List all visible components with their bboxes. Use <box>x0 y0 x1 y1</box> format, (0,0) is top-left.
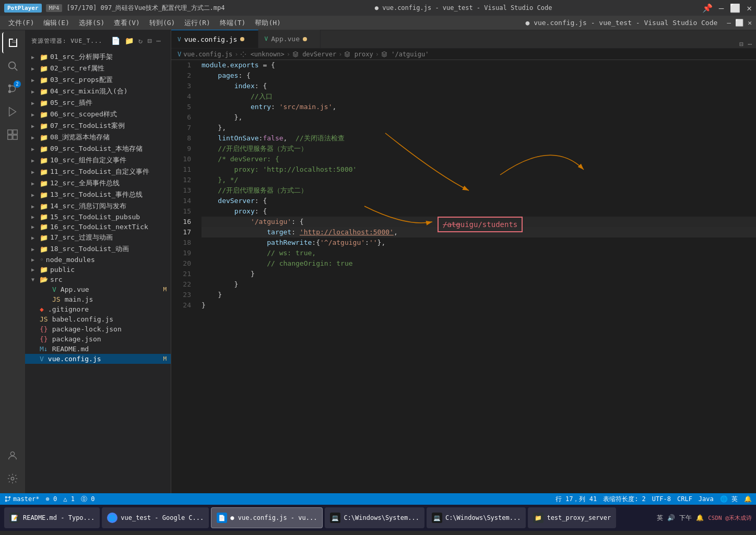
breadcrumb-unknown[interactable]: <unknown> <box>240 51 284 58</box>
menu-file[interactable]: 文件(F) <box>4 17 38 29</box>
tree-item[interactable]: ▶ V App.vue M <box>25 284 171 294</box>
cursor-position[interactable]: 行 17，列 41 <box>556 495 597 504</box>
tree-item[interactable]: ▶ 📁 06_src_scoped样式 <box>25 109 171 120</box>
breadcrumb-atguigu[interactable]: '/atguigu' <box>381 51 429 58</box>
tree-item[interactable]: ▶ 📁 07_src_TodoList案例 <box>25 120 171 132</box>
taskbar-notification[interactable]: 🔔 <box>696 514 704 521</box>
tree-item[interactable]: ▶ 📁 16_src_TodoList_nextTick <box>25 222 171 232</box>
split-editor-icon[interactable]: ⊟ <box>739 40 743 48</box>
tree-item[interactable]: ▶ 📁 09_src_TodoList_本地存储 <box>25 143 171 154</box>
collapse-icon[interactable]: ⊟ <box>146 35 153 46</box>
minimize-button[interactable]: — <box>719 3 724 13</box>
taskbar-vscode[interactable]: 📄 ● vue.config.js - vu... <box>211 507 323 528</box>
breadcrumb-devserver[interactable]: devServer <box>292 51 336 58</box>
ime-status[interactable]: 🌐 英 <box>720 495 738 504</box>
more-editor-icon[interactable]: ⋯ <box>748 40 752 48</box>
info-count[interactable]: ⓪ 0 <box>81 495 95 504</box>
tree-item[interactable]: ▼ 📂 src <box>25 275 171 284</box>
tree-item[interactable]: ▶ {} package.json <box>25 334 171 344</box>
errors-count[interactable]: ⊗ 0 <box>46 495 57 503</box>
taskbar-volume[interactable]: 🔊 <box>667 514 675 521</box>
close-button[interactable]: ✕ <box>747 3 752 13</box>
menu-edit[interactable]: 编辑(E) <box>39 17 73 29</box>
warnings-count[interactable]: △ 1 <box>63 495 75 503</box>
svg-line-7 <box>15 68 17 70</box>
tree-item[interactable]: ▶ 📁 11_src_TodoList_自定义事件 <box>25 166 171 177</box>
tree-item[interactable]: ▶ JS main.js <box>25 294 171 304</box>
git-branch[interactable]: master* <box>4 495 40 503</box>
tree-item[interactable]: ▶ ◦ node_modules <box>25 255 171 265</box>
vscode-maximize[interactable]: ⬜ <box>735 19 743 27</box>
taskbar-cmd1[interactable]: 💻 C:\Windows\System... <box>325 507 424 528</box>
vscode-close[interactable]: ✕ <box>748 19 752 27</box>
menu-select[interactable]: 选择(S) <box>75 17 109 29</box>
tree-item[interactable]: ▶ 📁 public <box>25 265 171 275</box>
new-file-icon[interactable]: 📄 <box>110 35 122 46</box>
activity-settings[interactable] <box>2 468 23 489</box>
menu-run[interactable]: 运行(R) <box>180 17 214 29</box>
taskbar-chrome[interactable]: 🌐 vue_test - Google C... <box>102 507 209 528</box>
code-editor[interactable]: 1 2 3 4 5 6 7 8 9 10 11 12 13 14 15 16 1 <box>171 60 756 311</box>
activity-explorer[interactable] <box>2 32 23 53</box>
activity-search[interactable] <box>2 55 23 76</box>
new-folder-icon[interactable]: 📁 <box>124 35 135 46</box>
menu-terminal[interactable]: 终端(T) <box>216 17 250 29</box>
tab-vue-config[interactable]: V vue.config.js ✕ <box>171 30 258 48</box>
tree-item[interactable]: ▶ 📁 13_src_TodoList_事件总线 <box>25 189 171 200</box>
breadcrumb-file[interactable]: vue.config.js <box>183 51 232 58</box>
svg-point-21 <box>5 500 6 501</box>
tree-item[interactable]: ▶ 📁 03_src_props配置 <box>25 74 171 86</box>
activity-account[interactable] <box>2 445 23 466</box>
language-mode[interactable]: Java <box>699 495 714 503</box>
taskbar-proxy[interactable]: 📁 test_proxy_server <box>528 507 616 528</box>
tree-item[interactable]: ▶ 📁 14_src_消息订阅与发布 <box>25 200 171 212</box>
code-editor-wrapper: 1 2 3 4 5 6 7 8 9 10 11 12 13 14 15 16 1 <box>171 60 756 493</box>
code-content[interactable]: module.exports = { pages: { index: { //入… <box>197 60 756 311</box>
pin-button[interactable]: 📌 <box>702 3 713 13</box>
more-icon[interactable]: ⋯ <box>156 35 162 46</box>
notification-bell[interactable]: 🔔 <box>744 495 752 503</box>
activity-debug[interactable] <box>2 101 23 122</box>
taskbar-vscode-label: ● vue.config.js - vu... <box>230 514 317 521</box>
tree-item[interactable]: ▶ 📁 04_src_mixin混入(合) <box>25 86 171 97</box>
refresh-icon[interactable]: ↻ <box>137 35 144 46</box>
tab-app-vue[interactable]: V App.vue ✕ <box>258 30 321 48</box>
tree-item[interactable]: ▶ 📁 15_src_TodoList_pubsub <box>25 212 171 222</box>
taskbar-readme[interactable]: 📝 README.md - Typo... <box>4 507 100 528</box>
tree-item[interactable]: ▶ 📁 18_src_TodoList_动画 <box>25 243 171 255</box>
tree-item[interactable]: ▶ 📁 17_src_过渡与动画 <box>25 232 171 243</box>
menu-goto[interactable]: 转到(G) <box>145 17 179 29</box>
taskbar-cmd2-icon: 💻 <box>432 513 442 523</box>
tree-item[interactable]: ▶ 📁 05_src_插件 <box>25 97 171 109</box>
tree-item[interactable]: ▶ {} package-lock.json <box>25 324 171 334</box>
taskbar-ime[interactable]: 英 <box>657 514 663 522</box>
breadcrumb-proxy[interactable]: proxy <box>344 51 373 58</box>
tree-item-vue-config[interactable]: ▶ V vue.config.js M <box>25 354 171 364</box>
maximize-button[interactable]: ⬜ <box>730 3 740 13</box>
tree-item[interactable]: ▶ JS babel.config.js <box>25 314 171 324</box>
tree-item[interactable]: ▶ 📁 08_浏览器本地存储 <box>25 132 171 143</box>
indent-size[interactable]: 表缩符长度: 2 <box>603 495 646 504</box>
tree-item[interactable]: ▶ 📁 12_src_全局事件总线 <box>25 177 171 189</box>
tree-item[interactable]: ▶ ◆ .gitignore <box>25 304 171 314</box>
code-line-3: index: { <box>202 81 756 91</box>
vscode-minimize[interactable]: — <box>727 19 731 27</box>
babel-file-icon: JS <box>40 315 48 323</box>
tree-item[interactable]: ▶ 📁 10_src_组件自定义事件 <box>25 154 171 166</box>
tree-item[interactable]: ▶ 📁 01_src_分析脚手架 <box>25 51 171 63</box>
folder-icon: 📁 <box>40 99 48 107</box>
activity-source-control[interactable]: 2 <box>2 78 23 99</box>
encoding[interactable]: UTF-8 <box>652 495 671 503</box>
menu-help[interactable]: 帮助(H) <box>251 17 285 29</box>
taskbar-cmd2[interactable]: 💻 C:\Windows\System... <box>427 507 526 528</box>
arrow-icon: ▶ <box>31 192 40 198</box>
tree-item[interactable]: ▶ 📁 02_src_ref属性 <box>25 63 171 74</box>
activity-extensions[interactable] <box>2 124 23 145</box>
potplayer-logo[interactable]: PotPlayer <box>4 4 42 13</box>
menu-view[interactable]: 查看(V) <box>110 17 144 29</box>
arrow-icon: ▶ <box>31 89 40 94</box>
line-ending[interactable]: CRLF <box>677 495 692 503</box>
vue-file-icon: V <box>52 286 56 293</box>
tree-item[interactable]: ▶ M↓ README.md <box>25 344 171 354</box>
breadcrumb: V vue.config.js › <unknown> › devServer … <box>171 49 756 60</box>
